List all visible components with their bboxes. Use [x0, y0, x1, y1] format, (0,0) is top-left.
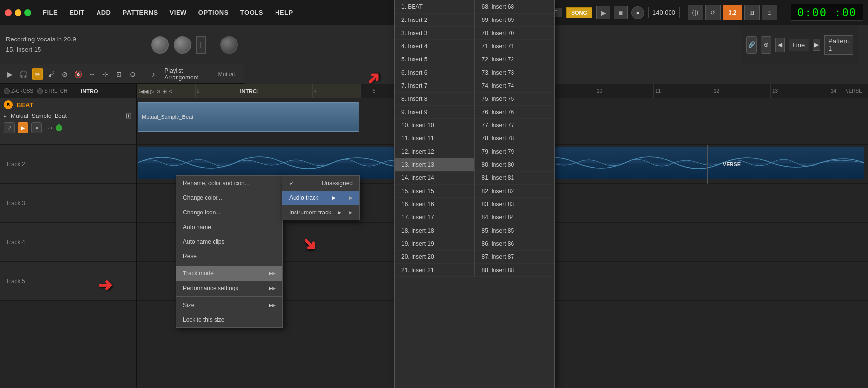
ctx-auto-name[interactable]: Auto name — [176, 220, 282, 234]
insert-item-85[interactable]: 85. Insert 85 — [475, 224, 555, 237]
menu-file[interactable]: FILE — [41, 7, 59, 18]
insert-item-79[interactable]: 79. Insert 79 — [475, 145, 555, 158]
insert-item-86[interactable]: 86. Insert 86 — [475, 237, 555, 251]
insert-item-82[interactable]: 82. Insert 82 — [475, 185, 555, 198]
stop-button[interactable]: ■ — [614, 6, 628, 19]
select-tool[interactable]: ⊹ — [100, 68, 111, 80]
insert-item-21[interactable]: 21. Insert 21 — [395, 264, 474, 277]
insert-item-77[interactable]: 77. Insert 77 — [475, 119, 555, 132]
insert-item-70[interactable]: 70. Insert 70 — [475, 27, 555, 40]
insert-item-87[interactable]: 87. Insert 87 — [475, 251, 555, 264]
insert-item-15[interactable]: 15. Insert 15 — [395, 185, 474, 198]
ctx-reset[interactable]: Reset — [176, 249, 282, 264]
insert-item-16[interactable]: 16. Insert 16 — [395, 198, 474, 211]
beat-move-left[interactable]: ↔ — [47, 124, 54, 132]
arr-beat-clip[interactable]: Mutual_Sample_Beat — [138, 102, 359, 132]
insert-item-69[interactable]: 69. Insert 69 — [475, 14, 555, 27]
pattern-number[interactable]: 3.2 — [723, 5, 742, 20]
nav-link[interactable]: ⊚ — [156, 88, 160, 95]
insert-item-71[interactable]: 71. Insert 71 — [475, 40, 555, 53]
submenu-unassigned[interactable]: Unassigned — [282, 176, 359, 191]
menu-tools[interactable]: TOOLS — [238, 7, 265, 18]
beat-ctrl-stop[interactable]: ● — [31, 122, 42, 133]
z-cross-checkbox[interactable] — [4, 88, 10, 94]
insert-item-3[interactable]: 3. Insert 3 — [395, 27, 474, 40]
snap-icon[interactable]: ⟨|⟩ — [688, 5, 703, 20]
nav-grid[interactable]: ⊞ — [162, 88, 167, 95]
insert-item-7[interactable]: 7. Insert 7 — [395, 79, 474, 93]
insert-item-6[interactable]: 6. Insert 6 — [395, 66, 474, 79]
insert-item-4[interactable]: 4. Insert 4 — [395, 40, 474, 53]
insert-item-73[interactable]: 73. Insert 73 — [475, 66, 555, 79]
secondary-knob[interactable] — [220, 36, 238, 54]
minimize-button[interactable] — [15, 9, 21, 16]
insert-item-14[interactable]: 14. Insert 14 — [395, 172, 474, 185]
line-select[interactable]: Line — [789, 39, 809, 51]
insert-item-76[interactable]: 76. Insert 76 — [475, 106, 555, 119]
menu-patterns[interactable]: PATTERNS — [120, 7, 159, 18]
stretch-checkbox[interactable] — [37, 88, 43, 94]
menu-add[interactable]: ADD — [95, 7, 113, 18]
submenu-audio-track[interactable]: Audio track ▶ — [282, 191, 359, 205]
insert-item-20[interactable]: 20. Insert 20 — [395, 251, 474, 264]
beat-green-btn[interactable] — [56, 124, 62, 131]
beat-ctrl-link[interactable]: ↗ — [4, 122, 15, 133]
submenu-instrument-track[interactable]: Instrument track ▶ — [282, 205, 359, 220]
loop-icon[interactable]: ↺ — [705, 5, 721, 20]
ctx-auto-name-clips[interactable]: Auto name clips — [176, 234, 282, 249]
zoom-select-tool[interactable]: ⊡ — [114, 68, 124, 80]
insert-item-68[interactable]: 68. Insert 68 — [475, 0, 555, 14]
insert-item-8[interactable]: 8. Insert 8 — [395, 93, 474, 106]
pitch-knob[interactable] — [174, 36, 191, 54]
mute-tool[interactable]: 🔇 — [73, 68, 83, 80]
insert-item-19[interactable]: 19. Insert 19 — [395, 237, 474, 251]
brush-tool[interactable]: 🖌 — [46, 68, 57, 80]
headphone-icon[interactable]: 🎧 — [19, 68, 29, 80]
menu-options[interactable]: OPTIONS — [197, 7, 231, 18]
insert-item-83[interactable]: 83. Insert 83 — [475, 198, 555, 211]
volume-icon[interactable]: ♪ — [148, 68, 158, 80]
menu-help[interactable]: HELP — [273, 7, 295, 18]
maximize-button[interactable] — [24, 9, 31, 16]
insert-item-81[interactable]: 81. Insert 81 — [475, 172, 555, 185]
chain-link-icon[interactable]: 🔗 — [746, 36, 757, 54]
nav-collapse[interactable]: < — [169, 88, 172, 94]
menu-edit[interactable]: EDIT — [67, 7, 87, 18]
insert-item-72[interactable]: 72. Insert 72 — [475, 53, 555, 66]
play-button[interactable]: ▶ — [596, 6, 610, 19]
insert-item-5[interactable]: 5. Insert 5 — [395, 53, 474, 66]
menu-view[interactable]: VIEW — [168, 7, 189, 18]
effects-icon[interactable]: ⊡ — [762, 5, 777, 20]
nav-right[interactable]: ▷ — [150, 88, 154, 95]
ctx-change-color[interactable]: Change color... — [176, 191, 282, 205]
beat-add-icon[interactable]: ⊞ — [125, 111, 132, 120]
nav-left[interactable]: ◀◀ — [140, 88, 148, 95]
arrow-tool[interactable]: ▶ — [5, 68, 16, 80]
beat-ctrl-play[interactable]: ▶ — [18, 122, 28, 133]
song-button[interactable]: SONG — [566, 7, 592, 18]
insert-item-80[interactable]: 80. Insert 80 — [475, 158, 555, 172]
mixer-send-icon[interactable]: ⊕ — [761, 36, 771, 54]
arrow-right-icon[interactable]: ▶ — [813, 39, 820, 51]
ctx-lock-size[interactable]: Lock to this size — [176, 312, 282, 327]
insert-item-13[interactable]: 13. Insert 13 — [395, 158, 474, 172]
insert-item-2[interactable]: 2. Insert 2 — [395, 14, 474, 27]
pencil-tool[interactable]: ✏ — [32, 68, 43, 80]
bpm-display[interactable]: 140.000 — [648, 7, 680, 18]
erase-tool[interactable]: ⊘ — [59, 68, 70, 80]
beat-expand-icon[interactable]: ▸ — [4, 113, 7, 119]
insert-item-75[interactable]: 75. Insert 75 — [475, 93, 555, 106]
verse-section[interactable]: VERSE — [844, 84, 862, 98]
slip-tool[interactable]: ⊜ — [127, 68, 138, 80]
move-tool[interactable]: ↔ — [86, 68, 97, 80]
insert-item-74[interactable]: 74. Insert 74 — [475, 79, 555, 93]
insert-item-84[interactable]: 84. Insert 84 — [475, 211, 555, 224]
ctx-size[interactable]: Size▶ — [176, 298, 282, 312]
record-button[interactable]: ● — [631, 6, 644, 19]
insert-item-11[interactable]: 11. Insert 11 — [395, 132, 474, 145]
insert-item-78[interactable]: 78. Insert 78 — [475, 132, 555, 145]
insert-item-9[interactable]: 9. Insert 9 — [395, 106, 474, 119]
insert-item-12[interactable]: 12. Insert 12 — [395, 145, 474, 158]
ctx-track-mode[interactable]: Track mode▶ — [176, 266, 282, 281]
ctx-rename[interactable]: Rename, color and icon... — [176, 176, 282, 191]
